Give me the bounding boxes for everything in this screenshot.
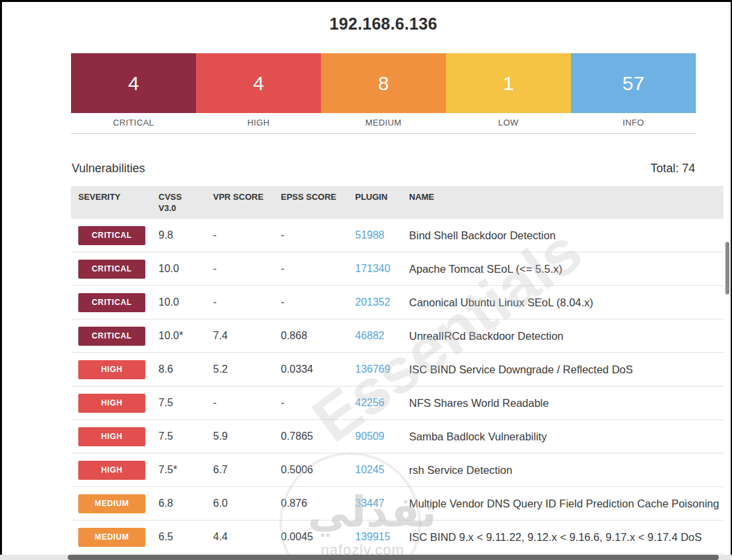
medium-label: MEDIUM (321, 118, 446, 128)
epss-score: 0.5006 (281, 464, 355, 476)
vulnerability-name: rsh Service Detection (409, 464, 723, 477)
epss-score: 0.868 (281, 330, 355, 342)
total-count: Total: 74 (650, 162, 695, 175)
vulnerability-name: UnrealIRCd Backdoor Detection (409, 330, 723, 342)
column-header-vpr[interactable]: VPR SCORE (213, 192, 281, 219)
vulnerability-name: NFS Shares World Readable (409, 397, 723, 409)
severity-badge: CRITICAL (78, 327, 145, 346)
high-count: 4 (253, 72, 264, 95)
cvss-score: 10.0 (159, 263, 213, 275)
table-row[interactable]: HIGH 7.5 5.9 0.7865 90509 Samba Badlock … (71, 420, 723, 454)
cvss-score: 6.5 (159, 531, 213, 543)
column-header-cvss[interactable]: CVSS V3.0 (159, 192, 213, 219)
plugin-link[interactable]: 46882 (355, 330, 385, 341)
table-row[interactable]: HIGH 7.5* 6.7 0.5006 10245 rsh Service D… (71, 454, 723, 487)
summary-segment: 57 (571, 53, 696, 113)
summary-segment: 8 (321, 53, 446, 113)
severity-summary-labels: CRITICAL HIGH MEDIUM LOW INFO (71, 113, 696, 134)
info-label: INFO (571, 118, 696, 128)
epss-score: 0.7865 (281, 431, 355, 442)
column-header-epss[interactable]: EPSS SCORE (281, 192, 355, 219)
epss-score: 0.0045 (281, 531, 355, 543)
cvss-score: 8.6 (159, 363, 213, 375)
table-row[interactable]: MEDIUM 6.8 6.0 0.876 33447 Multiple Vend… (71, 487, 723, 521)
plugin-link[interactable]: 51988 (355, 229, 385, 241)
vulnerability-name: Apache Tomcat SEoL (<= 5.5.x) (409, 263, 723, 275)
summary-segment: 4 (196, 53, 321, 113)
cvss-score: 7.5 (159, 397, 213, 409)
frame-border-top (0, 0, 732, 2)
page-title: 192.168.6.136 (71, 14, 696, 34)
plugin-link[interactable]: 171340 (355, 263, 390, 274)
table-row[interactable]: MEDIUM 6.5 4.4 0.0045 139915 ISC BIND 9.… (71, 521, 723, 554)
table-row[interactable]: CRITICAL 9.8 - - 51988 Bind Shell Backdo… (71, 219, 723, 252)
vpr-score: - (213, 397, 281, 409)
vulnerability-name: ISC BIND Service Downgrade / Reflected D… (409, 363, 723, 376)
vpr-score: 7.4 (213, 330, 281, 342)
vpr-score: - (213, 263, 281, 275)
column-header-severity[interactable]: SEVERITY (78, 192, 159, 219)
critical-count: 4 (128, 72, 139, 95)
severity-badge: CRITICAL (78, 260, 145, 279)
vpr-score: - (213, 229, 281, 241)
horizontal-scrollbar-thumb[interactable] (68, 555, 719, 560)
table-row[interactable]: CRITICAL 10.0 - - 171340 Apache Tomcat S… (71, 252, 723, 286)
vulnerability-name: ISC BIND 9.x < 9.11.22, 9.12.x < 9.16.6,… (409, 531, 723, 544)
severity-badge: HIGH (78, 360, 145, 379)
table-row[interactable]: CRITICAL 10.0* 7.4 0.868 46882 UnrealIRC… (71, 319, 723, 353)
cvss-score: 6.8 (159, 498, 213, 509)
host-report-page: 192.168.6.136 4 4 8 1 57 CRITICAL HIGH M… (0, 0, 732, 560)
plugin-link[interactable]: 201352 (355, 296, 390, 308)
column-header-name[interactable]: NAME (409, 192, 723, 219)
table-row[interactable]: HIGH 7.5 - - 42256 NFS Shares World Read… (71, 386, 723, 420)
vpr-score: - (213, 296, 281, 308)
severity-summary-bar: 4 4 8 1 57 (71, 53, 696, 113)
plugin-link[interactable]: 139915 (355, 531, 390, 542)
epss-score: - (281, 397, 355, 409)
plugin-link[interactable]: 90509 (355, 431, 385, 442)
epss-score: 0.0334 (281, 363, 355, 375)
summary-segment: 1 (446, 53, 571, 113)
vuln-table-body: CRITICAL 9.8 - - 51988 Bind Shell Backdo… (71, 219, 723, 554)
vpr-score: 6.7 (213, 464, 281, 476)
vpr-score: 4.4 (213, 531, 281, 543)
table-row[interactable]: CRITICAL 10.0 - - 201352 Canonical Ubunt… (71, 286, 723, 319)
severity-badge: HIGH (78, 427, 145, 446)
vpr-score: 5.2 (213, 363, 281, 375)
severity-badge: MEDIUM (78, 528, 145, 547)
low-count: 1 (503, 72, 514, 95)
vertical-scrollbar-thumb[interactable] (725, 242, 729, 294)
column-header-plugin[interactable]: PLUGIN (355, 192, 409, 219)
vulnerability-name: Bind Shell Backdoor Detection (409, 229, 723, 242)
cvss-score: 9.8 (159, 229, 213, 241)
vpr-score: 5.9 (213, 431, 281, 442)
plugin-link[interactable]: 136769 (355, 363, 390, 375)
medium-count: 8 (378, 72, 389, 95)
info-count: 57 (622, 72, 644, 95)
table-row[interactable]: HIGH 8.6 5.2 0.0334 136769 ISC BIND Serv… (71, 353, 723, 386)
severity-badge: CRITICAL (78, 226, 145, 245)
severity-badge: CRITICAL (78, 293, 145, 312)
severity-badge: HIGH (78, 461, 145, 480)
cvss-score: 7.5* (159, 464, 213, 476)
vulnerability-name: Samba Badlock Vulnerability (409, 431, 723, 443)
epss-score: - (281, 263, 355, 275)
vulnerability-name: Canonical Ubuntu Linux SEoL (8.04.x) (409, 296, 723, 309)
epss-score: - (281, 296, 355, 308)
plugin-link[interactable]: 42256 (355, 397, 385, 408)
critical-label: CRITICAL (71, 118, 196, 128)
summary-segment: 4 (71, 53, 196, 113)
cvss-score: 10.0 (159, 296, 213, 308)
vulnerability-table: SEVERITY CVSS V3.0 VPR SCORE EPSS SCORE … (71, 186, 723, 554)
vulnerabilities-heading: Vulnerabilities (72, 162, 145, 175)
epss-score: - (281, 229, 355, 241)
plugin-link[interactable]: 10245 (355, 464, 385, 475)
low-label: LOW (446, 118, 571, 128)
high-label: HIGH (196, 118, 321, 128)
table-header-row: SEVERITY CVSS V3.0 VPR SCORE EPSS SCORE … (71, 186, 723, 219)
vulnerabilities-section-head: Vulnerabilities Total: 74 (72, 162, 695, 175)
vulnerability-name: Multiple Vendor DNS Query ID Field Predi… (409, 498, 723, 510)
severity-badge: MEDIUM (78, 494, 145, 513)
plugin-link[interactable]: 33447 (355, 498, 385, 509)
vpr-score: 6.0 (213, 498, 281, 509)
